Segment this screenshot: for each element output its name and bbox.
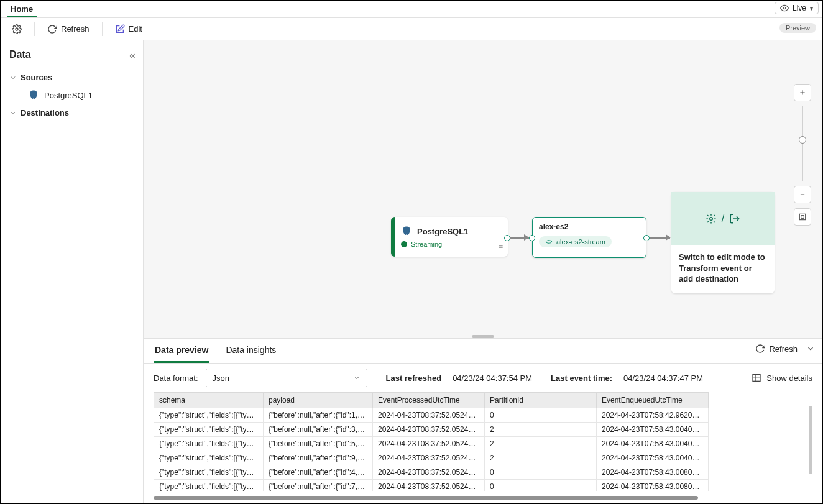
cell-enq: 2024-04-23T07:58:43.0080000Z — [597, 480, 709, 492]
zoom-out-button[interactable]: － — [794, 186, 811, 203]
zoom-slider[interactable] — [802, 106, 803, 181]
svg-rect-3 — [801, 216, 804, 219]
svg-rect-6 — [753, 375, 760, 382]
zoom-fit-button[interactable] — [794, 208, 811, 226]
horizontal-scrollbar[interactable] — [154, 496, 698, 500]
node-source-status: Streaming — [411, 241, 442, 248]
chevron-down-icon — [353, 374, 361, 382]
vertical-scrollbar[interactable] — [809, 406, 812, 474]
sidebar: Data Sources PostgreSQL1 Destinations — [1, 40, 144, 503]
panel-resize-handle[interactable] — [472, 335, 494, 338]
postgresql-icon — [28, 89, 39, 101]
cell-schema: {"type":"struct","fields":[{"type":"stru… — [154, 465, 264, 480]
cell-schema: {"type":"struct","fields":[{"type":"stru… — [154, 451, 264, 465]
col-schema[interactable]: schema — [154, 393, 264, 408]
tab-data-insights[interactable]: Data insights — [224, 339, 277, 363]
refresh-icon — [47, 24, 57, 34]
cell-proc: 2024-04-23T08:37:52.0524917Z — [373, 451, 485, 465]
node-stream[interactable]: alex-es2 alex-es2-stream — [532, 217, 646, 258]
table-row[interactable]: {"type":"struct","fields":[{"type":"stru… — [154, 465, 709, 480]
cell-enq: 2024-04-23T07:58:43.0040000Z — [597, 437, 709, 451]
data-table: schema payload EventProcessedUtcTime Par… — [154, 392, 709, 491]
toolbar-separator — [102, 22, 103, 36]
table-row[interactable]: {"type":"struct","fields":[{"type":"stru… — [154, 408, 709, 423]
gear-icon — [12, 24, 22, 34]
cell-part: 0 — [485, 408, 597, 423]
canvas[interactable]: ＋ － PostgreSQL1 Str — [144, 40, 822, 338]
data-format-value: Json — [213, 373, 229, 383]
svg-point-4 — [710, 218, 713, 221]
cell-part: 0 — [485, 480, 597, 492]
table-row[interactable]: {"type":"struct","fields":[{"type":"stru… — [154, 480, 709, 492]
port-in-stream[interactable] — [529, 235, 535, 241]
data-format-label: Data format: — [154, 373, 198, 383]
cell-part: 0 — [485, 465, 597, 480]
panel-controls: Data format: Json Last refreshed 04/23/2… — [144, 364, 822, 392]
sidebar-group-destinations[interactable]: Destinations — [9, 104, 137, 121]
edit-label: Edit — [129, 24, 142, 34]
cell-enq: 2024-04-23T07:58:43.0080000Z — [597, 465, 709, 480]
col-eventenqueued[interactable]: EventEnqueuedUtcTime — [597, 393, 709, 408]
status-dot-icon — [401, 241, 407, 247]
refresh-label: Refresh — [61, 24, 90, 34]
node-hint[interactable]: / Switch to edit mode to Transform event… — [671, 192, 775, 293]
tab-data-preview[interactable]: Data preview — [154, 339, 209, 363]
main-area: Data Sources PostgreSQL1 Destinations — [1, 40, 822, 503]
live-dropdown[interactable]: Live ▾ — [775, 2, 819, 14]
table-row[interactable]: {"type":"struct","fields":[{"type":"stru… — [154, 451, 709, 465]
zoom-controls: ＋ － — [794, 84, 811, 226]
refresh-button[interactable]: Refresh — [42, 22, 94, 37]
zoom-thumb[interactable] — [799, 136, 806, 144]
port-out-stream[interactable] — [643, 235, 650, 241]
last-refreshed-value: 04/23/24 04:37:54 PM — [453, 373, 532, 383]
sidebar-title: Data — [9, 49, 137, 60]
live-label: Live — [793, 4, 806, 12]
panel-refresh-button[interactable]: Refresh — [755, 344, 798, 354]
chevron-down-icon[interactable] — [806, 344, 815, 353]
toolbar-separator — [34, 22, 35, 36]
svg-point-0 — [783, 7, 786, 9]
col-payload[interactable]: payload — [264, 393, 373, 408]
last-refreshed-label: Last refreshed — [386, 373, 442, 383]
col-partitionid[interactable]: PartitionId — [485, 393, 597, 408]
last-event-label: Last event time: — [551, 373, 612, 383]
cell-enq: 2024-04-23T07:58:43.0040000Z — [597, 423, 709, 437]
cell-payload: {"before":null,"after":{"id":9,"usernam — [264, 451, 373, 465]
cell-payload: {"before":null,"after":{"id":3,"usernam — [264, 423, 373, 437]
zoom-in-button[interactable]: ＋ — [794, 84, 811, 101]
chevron-down-icon: ▾ — [810, 5, 813, 12]
svg-rect-2 — [799, 214, 805, 219]
edit-icon — [115, 24, 125, 34]
tab-home[interactable]: Home — [7, 1, 37, 17]
stream-icon — [545, 238, 553, 245]
cell-proc: 2024-04-23T08:37:52.0524917Z — [373, 480, 485, 492]
show-details-button[interactable]: Show details — [752, 373, 812, 383]
toolbar: Refresh Edit Preview — [1, 18, 822, 40]
settings-button[interactable] — [7, 22, 27, 37]
source-item-label: PostgreSQL1 — [44, 91, 93, 100]
cell-enq: 2024-04-23T07:58:43.0040000Z — [597, 451, 709, 465]
stream-pill: alex-es2-stream — [539, 236, 612, 247]
edit-button[interactable]: Edit — [110, 22, 147, 37]
col-eventprocessed[interactable]: EventProcessedUtcTime — [373, 393, 485, 408]
data-format-select[interactable]: Json — [206, 369, 367, 387]
port-out-source[interactable] — [504, 235, 510, 241]
cell-part: 2 — [485, 437, 597, 451]
collapse-sidebar-icon[interactable] — [128, 52, 137, 60]
postgresql-icon — [401, 226, 412, 237]
sidebar-item-postgresql[interactable]: PostgreSQL1 — [9, 86, 137, 104]
transform-icon — [706, 213, 717, 224]
node-source-postgresql[interactable]: PostgreSQL1 Streaming ≡ — [391, 217, 508, 257]
svg-point-1 — [16, 28, 18, 30]
node-menu-icon[interactable]: ≡ — [499, 243, 503, 252]
chevron-down-icon — [9, 74, 17, 81]
cell-part: 2 — [485, 423, 597, 437]
stream-pill-label: alex-es2-stream — [556, 238, 605, 245]
table-row[interactable]: {"type":"struct","fields":[{"type":"stru… — [154, 437, 709, 451]
table-row[interactable]: {"type":"struct","fields":[{"type":"stru… — [154, 423, 709, 437]
cell-enq: 2024-04-23T07:58:42.9620000Z — [597, 408, 709, 423]
preview-badge: Preview — [779, 23, 816, 33]
sidebar-group-sources[interactable]: Sources — [9, 69, 137, 86]
arrow-icon — [666, 234, 671, 241]
cell-schema: {"type":"struct","fields":[{"type":"stru… — [154, 437, 264, 451]
